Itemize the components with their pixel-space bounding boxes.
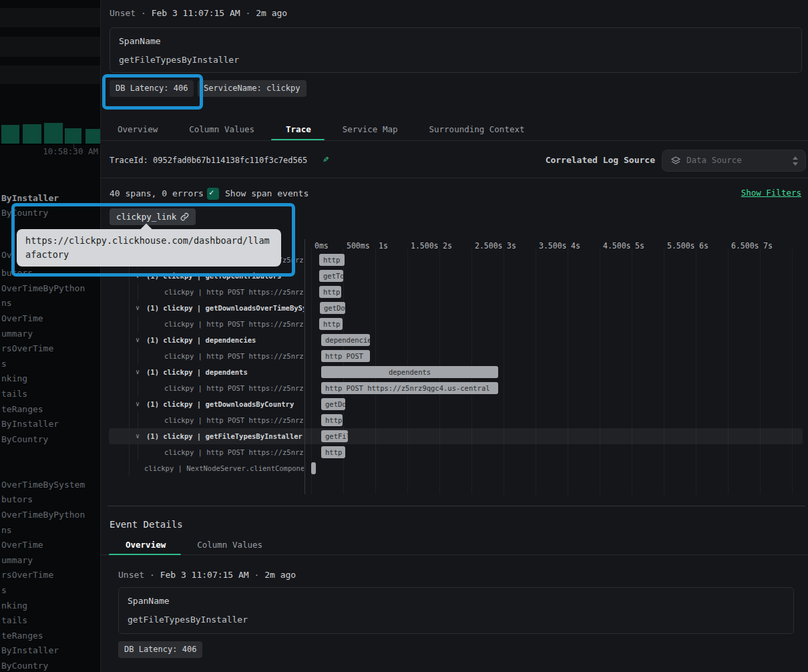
- chevron-down-icon[interactable]: ∨: [136, 364, 140, 380]
- span-duration-bar[interactable]: http POST: [319, 318, 343, 330]
- span-row-name[interactable]: (1) clickpy | getTopContributors: [146, 268, 281, 284]
- event-details-title: Event Details: [110, 519, 183, 530]
- span-duration-bar[interactable]: http POST: [321, 414, 343, 426]
- tab-surrounding-context[interactable]: Surrounding Context: [429, 124, 525, 134]
- background-list-item[interactable]: ByCountry: [1, 661, 48, 671]
- background-list-item[interactable]: teRanges: [1, 631, 43, 641]
- span-row-name[interactable]: (1) clickpy | getDownloadsByCountry: [146, 396, 294, 412]
- clickpy-link-chip[interactable]: clickpy_link: [110, 208, 196, 225]
- background-list-item[interactable]: butors: [1, 494, 33, 504]
- time-gridline: [600, 248, 600, 494]
- tab-overview[interactable]: Overview: [126, 540, 166, 550]
- trace-waterfall: 0ms500ms1s1.500s2s2.500s3s3.500s4s4.500s…: [0, 239, 808, 494]
- span-duration-bar[interactable]: dependencies: [321, 334, 370, 346]
- background-table-row: [0, 65, 100, 84]
- time-gridline: [664, 248, 664, 494]
- span-duration-bar[interactable]: http POST https://z5nrz9qgc4.us-central: [321, 382, 498, 394]
- external-link-icon: [180, 212, 189, 221]
- histogram-bar: [44, 123, 63, 144]
- background-list-item[interactable]: OverTime: [1, 540, 43, 550]
- span-duration-bar[interactable]: getFileTypesByInstaller: [321, 430, 348, 442]
- background-table-row: [0, 8, 100, 27]
- layers-icon: [670, 156, 681, 166]
- span-duration-bar[interactable]: getTopContributors: [319, 270, 343, 282]
- span-name-column: clickpy | http POST https://z5nrz9qgc4.u…: [0, 239, 304, 494]
- time-axis-label: 1s: [379, 241, 388, 250]
- background-list-item[interactable]: ByInstaller: [1, 645, 59, 655]
- span-row-name[interactable]: (1) clickpy | dependents: [146, 364, 248, 380]
- time-axis-label: 1.500s: [411, 241, 439, 250]
- background-list-item[interactable]: rsOverTime: [1, 570, 53, 580]
- service-name-badge[interactable]: ServiceName: clickpy: [198, 80, 307, 97]
- time-axis-label: 7s: [763, 241, 773, 250]
- clickpy-link-label: clickpy_link: [116, 212, 176, 222]
- span-duration-bar[interactable]: [311, 462, 316, 474]
- event-details-active-underline: [109, 554, 181, 555]
- tree-guide: [138, 380, 138, 396]
- time-gridline: [568, 248, 568, 494]
- check-icon: ✓: [209, 188, 214, 197]
- span-duration-bar[interactable]: getDownloadsOverTimeBySystem: [320, 302, 345, 314]
- span-duration-bar[interactable]: getDownloadsByCountry: [321, 398, 345, 410]
- background-list-item[interactable]: ns: [1, 525, 12, 535]
- span-row-name[interactable]: clickpy | NextNodeServer.clientComponent…: [144, 460, 304, 476]
- tab-column-values[interactable]: Column Values: [189, 124, 254, 134]
- data-source-select[interactable]: Data Source: [662, 150, 806, 172]
- time-axis-label: 2s: [443, 241, 452, 250]
- background-list-item[interactable]: ummary: [1, 555, 33, 565]
- dot-separator: ·: [141, 8, 146, 18]
- background-list-item[interactable]: ByCountry: [1, 208, 48, 218]
- chevron-down-icon[interactable]: ∨: [136, 332, 140, 348]
- time-gridline: [632, 248, 632, 494]
- chevron-down-icon[interactable]: ∨: [136, 396, 140, 412]
- histogram-bar: [1, 125, 19, 144]
- tab-service-map[interactable]: Service Map: [343, 124, 398, 134]
- time-axis-label: 3.500s: [539, 241, 567, 250]
- time-axis-label: 5.500s: [667, 241, 695, 250]
- show-span-events-checkbox[interactable]: ✓: [207, 188, 219, 200]
- span-row-name[interactable]: (1) clickpy | dependencies: [146, 332, 256, 348]
- background-list-item[interactable]: s: [1, 585, 7, 595]
- trace-header-divider: [101, 178, 808, 178]
- chevron-down-icon[interactable]: ∨: [136, 268, 140, 284]
- tab-trace[interactable]: Trace: [286, 124, 311, 134]
- background-list-item[interactable]: nking: [1, 601, 27, 611]
- span-duration-bar[interactable]: http POST: [321, 350, 370, 362]
- event-relative-time: 2m ago: [256, 8, 287, 18]
- histogram-bar: [65, 128, 81, 144]
- span-duration-bar[interactable]: http POST: [321, 446, 345, 458]
- span-row-name[interactable]: clickpy | http POST https://z5nrz9qgc4.u…: [164, 284, 304, 300]
- chevron-down-icon[interactable]: ∨: [136, 428, 140, 444]
- time-axis-label: 3s: [507, 241, 516, 250]
- span-row-name[interactable]: (1) clickpy | getFileTypesByInstaller: [146, 428, 302, 444]
- time-gridline: [536, 248, 536, 494]
- time-gridline: [696, 248, 696, 494]
- edit-pencil-icon[interactable]: ✎: [323, 154, 329, 164]
- tree-guide: [138, 284, 138, 300]
- select-updown-icon: [792, 156, 799, 166]
- time-gridline: [792, 248, 793, 494]
- span-duration-bar[interactable]: http POST: [319, 254, 345, 266]
- span-duration-bar[interactable]: http POST: [319, 286, 341, 298]
- trace-id-label: TraceId: 0952fad0b67b114138fc110f3c7ed56…: [110, 156, 307, 165]
- span-row-name[interactable]: clickpy | http POST https://z5nrz9qgc4.u…: [164, 316, 304, 332]
- tab-column-values[interactable]: Column Values: [197, 540, 262, 550]
- background-list-item[interactable]: tails: [1, 615, 27, 625]
- tab-overview[interactable]: Overview: [118, 124, 158, 134]
- span-row-name[interactable]: clickpy | http POST https://z5nrz9qgc4.u…: [164, 348, 304, 364]
- chevron-down-icon[interactable]: ∨: [136, 300, 140, 316]
- event-details-db-latency-badge[interactable]: DB Latency: 406: [118, 641, 202, 658]
- span-row-name[interactable]: (1) clickpy | getDownloadsOverTimeBySyst…: [146, 300, 304, 316]
- span-row-name[interactable]: clickpy | http POST https://z5nrz9qgc4.u…: [164, 444, 304, 460]
- tree-guide: [129, 252, 130, 476]
- background-list-item[interactable]: OverTimeByPython: [1, 510, 85, 520]
- time-axis-label: 500ms: [347, 241, 370, 250]
- db-latency-badge[interactable]: DB Latency: 406: [110, 80, 194, 97]
- time-gridline: [311, 248, 312, 494]
- span-duration-bar[interactable]: dependents: [321, 366, 498, 378]
- span-row-name[interactable]: clickpy | http POST https://z5nrz9qgc4.u…: [164, 380, 304, 396]
- span-row-name[interactable]: clickpy | http POST https://z5nrz9qgc4.u…: [164, 412, 304, 428]
- show-filters-link[interactable]: Show Filters: [741, 188, 801, 198]
- background-list-item[interactable]: ByInstaller: [1, 193, 59, 203]
- dot-separator: ·: [150, 570, 155, 580]
